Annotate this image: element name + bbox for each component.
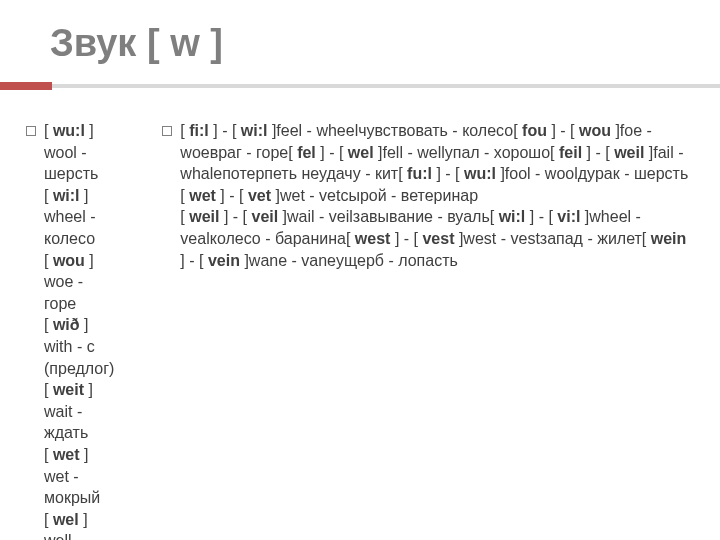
text-run: ] - [ [219, 208, 251, 225]
phonetic-bold: wi:l [499, 208, 526, 225]
text-run: ] - [ [547, 122, 579, 139]
phonetic-bold: vein [208, 252, 240, 269]
list-item-left: [ wu:l ] wool - шерсть[ wi:l ] wheel - к… [26, 120, 114, 540]
text-run: ]feel - wheelчувствовать - колесо[ [267, 122, 522, 139]
text-run: [ [180, 122, 189, 139]
text-run: ] - [ [180, 252, 208, 269]
phonetic-bold: weil [189, 208, 219, 225]
phonetic-bold: wu:l [53, 122, 85, 139]
text-run: ] - [ [216, 187, 248, 204]
phonetic-bold: weil [614, 144, 644, 161]
phonetic-bold: wet [189, 187, 216, 204]
text-run: ]wail - veilзавывание - вуаль[ [278, 208, 498, 225]
phonetic-bold: wel [348, 144, 374, 161]
text-run: ] - [ [390, 230, 422, 247]
phonetic-bold: fel [297, 144, 316, 161]
text-run: [ [44, 187, 53, 204]
list-item-right: [ fi:l ] - [ wi:l ]feel - wheelчувствова… [162, 120, 694, 271]
text-run: ] - [ [316, 144, 348, 161]
column-right: [ fi:l ] - [ wi:l ]feel - wheelчувствова… [162, 120, 694, 540]
page-title: Звук [ w ] [50, 22, 223, 65]
slide: Звук [ w ] [ wu:l ] wool - шерсть[ wi:l … [0, 0, 720, 540]
phonetic-bold: wel [53, 511, 79, 528]
phonetic-bold: feil [559, 144, 582, 161]
phonetic-bold: wou [579, 122, 611, 139]
text-run: [ [44, 446, 53, 463]
text-run: ] - [ [582, 144, 614, 161]
divider [0, 84, 720, 88]
phonetic-bold: wet [53, 446, 80, 463]
phonetic-bold: vest [422, 230, 454, 247]
text-run: ] - [ [525, 208, 557, 225]
phonetic-bold: wi:l [241, 122, 268, 139]
phonetic-bold: west [355, 230, 391, 247]
content-columns: [ wu:l ] wool - шерсть[ wi:l ] wheel - к… [26, 120, 694, 540]
text-run: [ [44, 122, 53, 139]
text-run: [ [180, 208, 189, 225]
phonetic-bold: fu:l [407, 165, 432, 182]
phonetic-bold: wou [53, 252, 85, 269]
phonetic-bold: vet [248, 187, 271, 204]
phonetic-bold: wein [651, 230, 687, 247]
text-run: ]wane - vaneущерб - лопасть [240, 252, 458, 269]
text-run: ]wet - vetсырой - ветеринар [271, 187, 478, 204]
phonetic-bold: wu:l [464, 165, 496, 182]
column-left: [ wu:l ] wool - шерсть[ wi:l ] wheel - к… [26, 120, 114, 540]
phonetic-bold: wi:l [53, 187, 80, 204]
text-run: ] - [ [209, 122, 241, 139]
phonetic-bold: fou [522, 122, 547, 139]
text-run: ]west - vestзапад - жилет[ [454, 230, 650, 247]
phonetic-bold: wið [53, 316, 80, 333]
phonetic-bold: vi:l [557, 208, 580, 225]
text-run: [ [44, 511, 53, 528]
phonetic-bold: fi:l [189, 122, 209, 139]
text-run: ]fell - wellупал - хорошо[ [374, 144, 559, 161]
text-run: [ [44, 252, 53, 269]
text-run: [ [44, 316, 53, 333]
text-run: ] - [ [432, 165, 464, 182]
accent-segment [0, 82, 52, 90]
phonetic-bold: weit [53, 381, 84, 398]
phonetic-bold: veil [251, 208, 278, 225]
